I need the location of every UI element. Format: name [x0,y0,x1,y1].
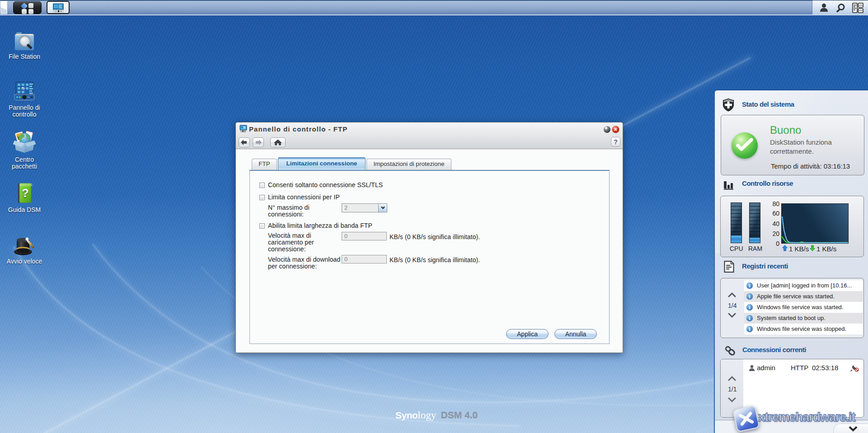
svg-text:?: ? [22,186,29,200]
